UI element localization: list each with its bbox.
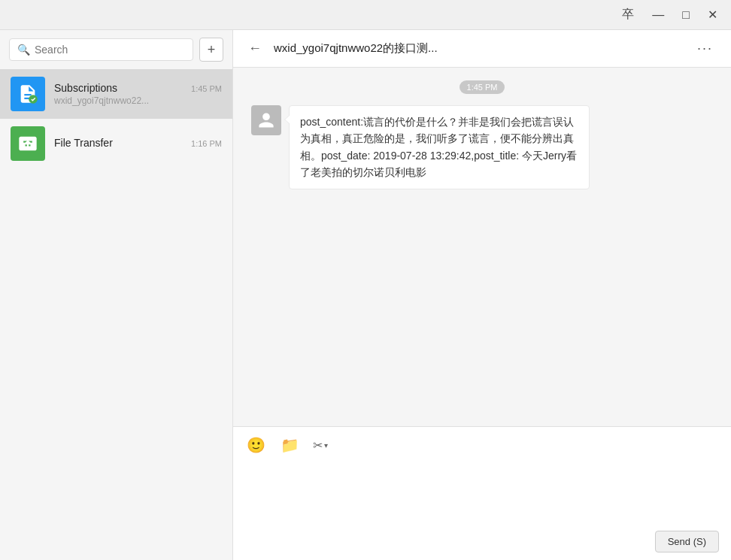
add-conversation-button[interactable]: + (199, 38, 223, 62)
folder-button[interactable]: 📁 (279, 434, 301, 456)
subscriptions-name-row: Subscriptions 1:45 PM (54, 82, 222, 94)
message-text: post_content:谎言的代价是什么？并非是我们会把谎言误认为真相，真正危… (300, 116, 577, 178)
subscriptions-info: Subscriptions 1:45 PM wxid_ygoi7qjtnwwo2… (54, 82, 222, 106)
conversation-item-file-transfer[interactable]: File Transfer 1:16 PM (0, 119, 232, 168)
message-bubble: post_content:谎言的代价是什么？并非是我们会把谎言误认为真相，真正危… (289, 105, 590, 189)
sidebar: 🔍 + Subscriptions (0, 30, 233, 560)
chat-header: ← wxid_ygoi7qjtnwwo22的接口测... ··· (233, 30, 731, 68)
file-transfer-time: 1:16 PM (191, 139, 222, 148)
wechat-icon: 卒 (614, 2, 642, 27)
file-transfer-name: File Transfer (54, 137, 113, 149)
search-icon: 🔍 (17, 44, 30, 56)
file-transfer-info: File Transfer 1:16 PM (54, 137, 222, 150)
conversation-item-subscriptions[interactable]: Subscriptions 1:45 PM wxid_ygoi7qjtnwwo2… (0, 69, 232, 119)
subscriptions-time: 1:45 PM (191, 84, 222, 93)
more-options-button[interactable]: ··· (691, 38, 719, 59)
messages-container: 1:45 PM post_content:谎言的代价是什么？并非是我们会把谎言误… (233, 68, 731, 426)
title-bar: 卒 — □ ✕ (0, 0, 731, 30)
time-badge: 1:45 PM (251, 80, 713, 93)
time-badge-text: 1:45 PM (460, 80, 505, 94)
close-button[interactable]: ✕ (700, 3, 725, 26)
emoji-icon: 🙂 (247, 436, 265, 454)
file-transfer-icon (17, 133, 38, 154)
chat-title: wxid_ygoi7qjtnwwo22的接口测... (274, 41, 682, 56)
file-transfer-name-row: File Transfer 1:16 PM (54, 137, 222, 149)
main-container: 🔍 + Subscriptions (0, 30, 731, 560)
send-button[interactable]: Send (S) (655, 531, 719, 552)
scissors-button[interactable]: ✂ ▾ (313, 438, 328, 453)
input-footer: Send (S) (245, 531, 719, 552)
search-bar: 🔍 + (0, 30, 232, 69)
conversation-list: Subscriptions 1:45 PM wxid_ygoi7qjtnwwo2… (0, 69, 232, 560)
search-input-wrap[interactable]: 🔍 (9, 38, 193, 61)
message-input[interactable] (245, 462, 719, 522)
subscriptions-avatar (11, 77, 45, 111)
back-button[interactable]: ← (245, 38, 265, 59)
subscriptions-preview: wxid_ygoi7qjtnwwo22... (54, 95, 222, 106)
chat-area: ← wxid_ygoi7qjtnwwo22的接口测... ··· 1:45 PM… (233, 30, 731, 560)
subscriptions-icon (17, 83, 38, 104)
message-row: post_content:谎言的代价是什么？并非是我们会把谎言误认为真相，真正危… (251, 105, 713, 189)
message-avatar (251, 105, 281, 135)
minimize-button[interactable]: — (645, 4, 672, 26)
search-input[interactable] (35, 44, 185, 56)
file-transfer-avatar (11, 126, 45, 161)
input-area: 🙂 📁 ✂ ▾ Send (S) (233, 426, 731, 560)
input-toolbar: 🙂 📁 ✂ ▾ (245, 434, 719, 456)
maximize-button[interactable]: □ (675, 4, 697, 26)
svg-rect-1 (27, 144, 29, 147)
scissors-dropdown-icon: ▾ (324, 441, 328, 450)
person-icon (257, 111, 275, 129)
title-bar-controls: 卒 — □ ✕ (614, 2, 725, 27)
scissors-icon: ✂ (313, 438, 323, 453)
emoji-button[interactable]: 🙂 (245, 434, 267, 456)
subscriptions-name: Subscriptions (54, 82, 117, 94)
svg-point-0 (29, 95, 38, 104)
folder-icon: 📁 (281, 436, 299, 454)
